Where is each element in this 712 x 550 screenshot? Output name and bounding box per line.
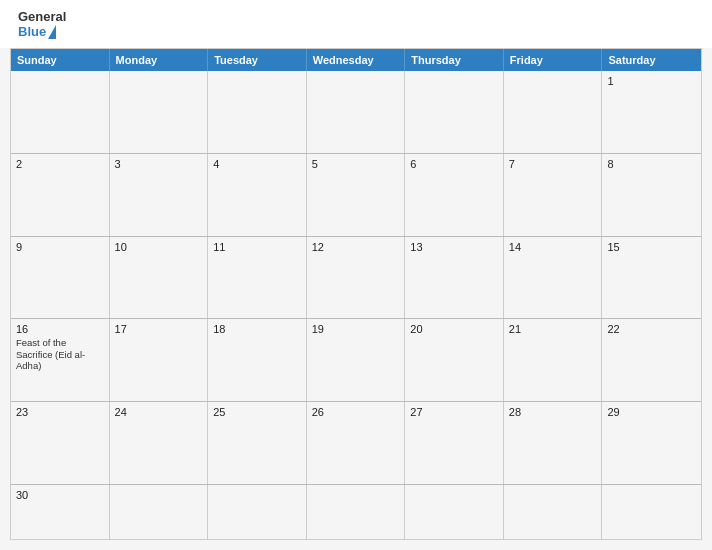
- week-row-6: 30: [11, 484, 701, 539]
- day-number: 27: [410, 406, 498, 418]
- day-number: 23: [16, 406, 104, 418]
- week-row-3: 9101112131415: [11, 236, 701, 319]
- day-cell: 18: [208, 319, 307, 401]
- day-cell: [208, 485, 307, 539]
- day-cell: 5: [307, 154, 406, 236]
- day-cell: 23: [11, 402, 110, 484]
- day-number: 14: [509, 241, 597, 253]
- day-number: 30: [16, 489, 104, 501]
- day-event: Feast of the Sacrifice (Eid al-Adha): [16, 337, 104, 371]
- week-row-2: 2345678: [11, 153, 701, 236]
- logo-general: General: [18, 10, 66, 24]
- day-number: 21: [509, 323, 597, 335]
- header-friday: Friday: [504, 49, 603, 71]
- day-number: 28: [509, 406, 597, 418]
- day-cell: [504, 71, 603, 153]
- day-number: 12: [312, 241, 400, 253]
- day-cell: [307, 485, 406, 539]
- day-number: 7: [509, 158, 597, 170]
- day-cell: 25: [208, 402, 307, 484]
- day-cell: 17: [110, 319, 209, 401]
- day-number: 22: [607, 323, 696, 335]
- day-number: 20: [410, 323, 498, 335]
- day-cell: 11: [208, 237, 307, 319]
- day-cell: 2: [11, 154, 110, 236]
- day-cell: [208, 71, 307, 153]
- day-number: 1: [607, 75, 696, 87]
- day-number: 17: [115, 323, 203, 335]
- day-cell: 4: [208, 154, 307, 236]
- logo: General Blue: [18, 10, 66, 40]
- calendar-page: General Blue Sunday Monday Tuesday Wedne…: [0, 0, 712, 550]
- week-row-1: 1: [11, 71, 701, 153]
- day-number: 8: [607, 158, 696, 170]
- day-number: 10: [115, 241, 203, 253]
- week-row-5: 23242526272829: [11, 401, 701, 484]
- day-cell: [307, 71, 406, 153]
- day-number: 11: [213, 241, 301, 253]
- day-cell: 27: [405, 402, 504, 484]
- day-number: 4: [213, 158, 301, 170]
- header-saturday: Saturday: [602, 49, 701, 71]
- day-headers-row: Sunday Monday Tuesday Wednesday Thursday…: [11, 49, 701, 71]
- day-cell: 28: [504, 402, 603, 484]
- day-number: 5: [312, 158, 400, 170]
- day-cell: [110, 71, 209, 153]
- day-number: 16: [16, 323, 104, 335]
- header-sunday: Sunday: [11, 49, 110, 71]
- logo-blue-text: Blue: [18, 24, 46, 40]
- header-tuesday: Tuesday: [208, 49, 307, 71]
- day-number: 3: [115, 158, 203, 170]
- day-cell: 7: [504, 154, 603, 236]
- day-cell: 14: [504, 237, 603, 319]
- week-row-4: 16Feast of the Sacrifice (Eid al-Adha)17…: [11, 318, 701, 401]
- day-cell: [405, 71, 504, 153]
- day-number: 19: [312, 323, 400, 335]
- logo-triangle-icon: [48, 25, 56, 39]
- day-cell: 24: [110, 402, 209, 484]
- day-cell: 29: [602, 402, 701, 484]
- day-cell: [405, 485, 504, 539]
- day-number: 26: [312, 406, 400, 418]
- day-cell: [504, 485, 603, 539]
- header-thursday: Thursday: [405, 49, 504, 71]
- header: General Blue: [0, 0, 712, 48]
- day-number: 2: [16, 158, 104, 170]
- day-cell: 21: [504, 319, 603, 401]
- day-cell: 12: [307, 237, 406, 319]
- header-wednesday: Wednesday: [307, 49, 406, 71]
- day-cell: 22: [602, 319, 701, 401]
- calendar-grid: Sunday Monday Tuesday Wednesday Thursday…: [10, 48, 702, 540]
- day-cell: 1: [602, 71, 701, 153]
- day-cell: 3: [110, 154, 209, 236]
- day-number: 29: [607, 406, 696, 418]
- day-cell: [602, 485, 701, 539]
- day-number: 25: [213, 406, 301, 418]
- day-cell: 6: [405, 154, 504, 236]
- day-cell: 9: [11, 237, 110, 319]
- day-cell: [110, 485, 209, 539]
- day-cell: 15: [602, 237, 701, 319]
- day-cell: 20: [405, 319, 504, 401]
- day-number: 15: [607, 241, 696, 253]
- day-number: 18: [213, 323, 301, 335]
- day-cell: 19: [307, 319, 406, 401]
- day-cell: 26: [307, 402, 406, 484]
- day-cell: [11, 71, 110, 153]
- day-cell: 16Feast of the Sacrifice (Eid al-Adha): [11, 319, 110, 401]
- weeks-container: 12345678910111213141516Feast of the Sacr…: [11, 71, 701, 539]
- day-number: 13: [410, 241, 498, 253]
- header-monday: Monday: [110, 49, 209, 71]
- day-number: 24: [115, 406, 203, 418]
- day-cell: 8: [602, 154, 701, 236]
- day-number: 6: [410, 158, 498, 170]
- day-number: 9: [16, 241, 104, 253]
- day-cell: 13: [405, 237, 504, 319]
- day-cell: 30: [11, 485, 110, 539]
- day-cell: 10: [110, 237, 209, 319]
